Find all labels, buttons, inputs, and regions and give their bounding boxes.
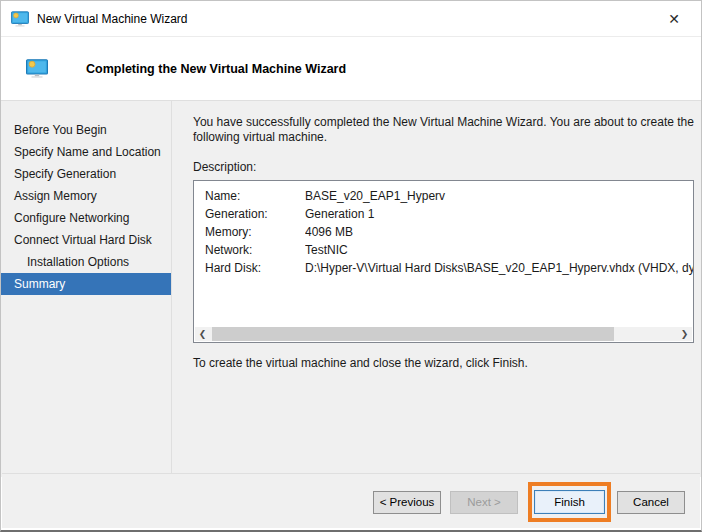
vm-summary-box: Name: BASE_v20_EAP1_Hyperv Generation: G… bbox=[193, 180, 694, 343]
scrollbar-thumb[interactable] bbox=[212, 327, 614, 341]
summary-row-label: Network: bbox=[205, 241, 305, 259]
step-connect-virtual-hard-disk: Connect Virtual Hard Disk bbox=[1, 229, 171, 251]
summary-row-hard-disk: Hard Disk: D:\Hyper-V\Virtual Hard Disks… bbox=[205, 259, 693, 277]
summary-row-label: Name: bbox=[205, 187, 305, 205]
finish-hint-text: To create the virtual machine and close … bbox=[193, 356, 694, 370]
title-bar: New Virtual Machine Wizard ✕ bbox=[1, 1, 701, 37]
scroll-left-arrow-icon[interactable]: ❮ bbox=[195, 327, 210, 341]
step-specify-name-and-location: Specify Name and Location bbox=[1, 141, 171, 163]
step-summary-selected: Summary bbox=[1, 273, 171, 295]
summary-row-memory: Memory: 4096 MB bbox=[205, 223, 693, 241]
vm-monitor-icon bbox=[26, 59, 48, 78]
summary-row-value: TestNIC bbox=[305, 241, 693, 259]
summary-row-value: D:\Hyper-V\Virtual Hard Disks\BASE_v20_E… bbox=[305, 259, 693, 277]
page-title: Completing the New Virtual Machine Wizar… bbox=[86, 62, 346, 76]
window-title: New Virtual Machine Wizard bbox=[37, 12, 188, 26]
summary-row-value: Generation 1 bbox=[305, 205, 693, 223]
completion-message: You have successfully completed the New … bbox=[193, 115, 694, 145]
description-label: Description: bbox=[193, 160, 694, 174]
summary-row-label: Hard Disk: bbox=[205, 259, 305, 277]
scroll-right-arrow-icon[interactable]: ❯ bbox=[677, 327, 692, 341]
step-specify-generation: Specify Generation bbox=[1, 163, 171, 185]
wizard-window: New Virtual Machine Wizard ✕ Completing … bbox=[0, 0, 702, 532]
finish-highlight-annotation: Finish bbox=[528, 482, 611, 522]
close-icon[interactable]: ✕ bbox=[657, 4, 691, 34]
summary-page-content: You have successfully completed the New … bbox=[172, 101, 702, 477]
summary-row-network: Network: TestNIC bbox=[205, 241, 693, 259]
wizard-header: Completing the New Virtual Machine Wizar… bbox=[1, 37, 701, 101]
wizard-footer: < Previous Next > Finish Cancel bbox=[2, 473, 700, 528]
summary-row-generation: Generation: Generation 1 bbox=[205, 205, 693, 223]
summary-row-label: Generation: bbox=[205, 205, 305, 223]
next-button-disabled[interactable]: Next > bbox=[450, 491, 518, 514]
summary-row-value: BASE_v20_EAP1_Hyperv bbox=[305, 187, 693, 205]
vm-summary-rows: Name: BASE_v20_EAP1_Hyperv Generation: G… bbox=[194, 181, 693, 277]
previous-button[interactable]: < Previous bbox=[373, 491, 441, 514]
scrollbar-track[interactable] bbox=[210, 327, 677, 341]
step-installation-options: Installation Options bbox=[1, 251, 171, 273]
summary-row-value: 4096 MB bbox=[305, 223, 693, 241]
cancel-button[interactable]: Cancel bbox=[617, 491, 685, 514]
step-configure-networking: Configure Networking bbox=[1, 207, 171, 229]
wizard-body: Before You Begin Specify Name and Locati… bbox=[1, 101, 701, 477]
finish-button[interactable]: Finish bbox=[534, 490, 605, 514]
horizontal-scrollbar[interactable]: ❮ ❯ bbox=[195, 327, 692, 341]
step-before-you-begin: Before You Begin bbox=[1, 119, 171, 141]
wizard-steps-sidebar: Before You Begin Specify Name and Locati… bbox=[1, 101, 172, 477]
summary-row-label: Memory: bbox=[205, 223, 305, 241]
step-assign-memory: Assign Memory bbox=[1, 185, 171, 207]
vm-monitor-icon bbox=[11, 11, 29, 27]
summary-row-name: Name: BASE_v20_EAP1_Hyperv bbox=[205, 187, 693, 205]
